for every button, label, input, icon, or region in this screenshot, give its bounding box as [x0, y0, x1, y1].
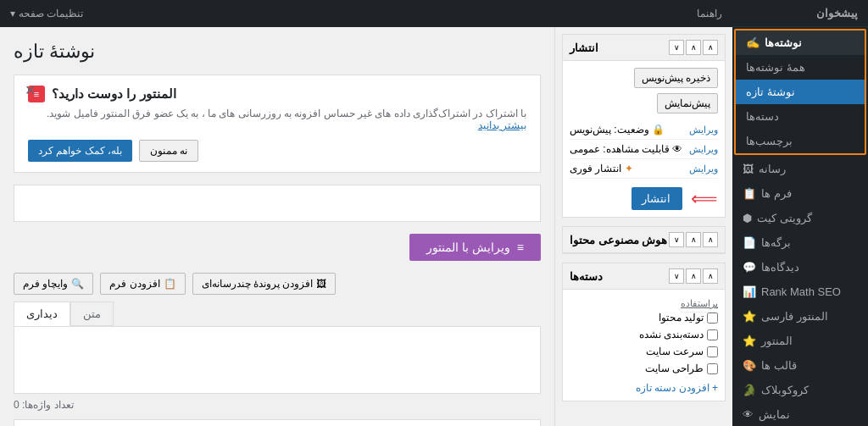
sidebar-item-pages[interactable]: برگه‌ها 📄: [732, 230, 868, 255]
add-form-button[interactable]: 📋 افزودن فرم: [100, 273, 185, 295]
sidebar: پیشخوان نوشته‌ها ✍ همهٔ نوشته‌ها نوشتهٔ …: [732, 0, 868, 426]
elementor-edit-label: ویرایش با المنتور: [426, 241, 510, 254]
sidebar-item-forms[interactable]: فرم ها 📋: [732, 181, 868, 206]
gravitykit-icon: ⬢: [743, 212, 752, 224]
editor-tabs: متن دیداری: [14, 302, 541, 326]
help-button[interactable]: راهنما: [697, 8, 722, 19]
sidebar-item-monitor[interactable]: المنتور ⭐: [732, 329, 868, 353]
publish-button[interactable]: انتشار: [632, 187, 682, 210]
publish-move-up-btn[interactable]: ∧: [686, 40, 701, 55]
eye-icon: 👁: [670, 143, 682, 155]
category-item-2: دسته‌بندی نشده: [570, 326, 718, 343]
sidebar-item-media[interactable]: رسانه 🖼: [732, 157, 868, 181]
category-label-3: سرعت سایت: [646, 346, 704, 357]
sidebar-item-monitor-fa[interactable]: المنتور فارسی ⭐: [732, 304, 868, 329]
status-edit-link[interactable]: ویرایش: [689, 124, 718, 136]
page-settings-button[interactable]: تنظیمات صفحه ▾: [10, 8, 83, 19]
sidebar-item-categories[interactable]: دسته‌ها: [736, 104, 865, 129]
word-count-label: تعداد واژه‌ها:: [22, 399, 74, 411]
topbar-right: تنظیمات صفحه ▾: [10, 8, 83, 19]
visibility-edit-link[interactable]: ویرایش: [689, 144, 718, 155]
posts-icon: ✍: [746, 36, 760, 49]
sidebar-item-gravitykit[interactable]: گرویتی کیت ⬢: [732, 206, 868, 230]
sidebar-item-new-post[interactable]: نوشتهٔ تازه: [736, 80, 865, 104]
left-panel: ∧ ∧ ∨ انتشار ذخیره پیش‌نویس پیش‌نمایش وی…: [554, 27, 732, 426]
all-posts-label: همهٔ نوشته‌ها: [746, 61, 805, 74]
preview-button[interactable]: پیش‌نمایش: [657, 93, 718, 113]
monitor-fa-icon: ⭐: [743, 310, 756, 323]
notification-actions: نه ممنون بله، کمک خواهم کرد: [28, 140, 526, 162]
notification-body-text: با اشتراک در اشتراک‌گذاری داده های غیر ح…: [47, 108, 526, 119]
save-draft-button[interactable]: ذخیره پیش‌نویس: [634, 68, 718, 88]
notification-title: المنتور را دوست دارید؟ ≡: [28, 86, 526, 102]
notification-more-link[interactable]: بیشتر بدانید: [478, 119, 526, 131]
tab-text[interactable]: متن: [70, 302, 114, 326]
category-checkbox-1[interactable]: [707, 313, 718, 324]
category-checkbox-4[interactable]: [707, 363, 718, 374]
categories-move-up-btn[interactable]: ∧: [686, 268, 701, 284]
display-icon: 👁: [743, 408, 754, 421]
notification-close-button[interactable]: ✕: [25, 82, 36, 98]
tab-visual[interactable]: دیداری: [14, 302, 70, 326]
settings-icon: تنظیمات صفحه: [19, 8, 83, 19]
page-area: ∧ ∧ ∨ انتشار ذخیره پیش‌نویس پیش‌نمایش وی…: [0, 27, 732, 426]
draft-preview-row: ذخیره پیش‌نویس پیش‌نمایش: [570, 68, 718, 113]
display-label: نمایش: [759, 408, 790, 421]
add-category-link[interactable]: + افزودن دسته تازه: [570, 382, 718, 394]
publish-collapse-btn[interactable]: ∧: [703, 40, 718, 55]
categories-move-down-btn[interactable]: ∨: [669, 268, 684, 284]
main-content: راهنما تنظیمات صفحه ▾ ∧ ∧ ∨ انتشار: [0, 0, 732, 426]
find-replace-button[interactable]: 🔍 وایچاو فرم: [14, 273, 93, 295]
find-label: وایچاو فرم: [23, 278, 68, 290]
sidebar-item-crocoblock[interactable]: کروکوبلاک 🐊: [732, 378, 868, 402]
category-checkbox-2[interactable]: [707, 329, 718, 340]
publish-time-edit-link[interactable]: ویرایش: [689, 163, 718, 174]
category-item-1: تولید محتوا: [570, 309, 718, 326]
publish-move-down-btn[interactable]: ∨: [669, 40, 684, 55]
sidebar-posts-section: نوشته‌ها ✍ همهٔ نوشته‌ها نوشتهٔ تازه دست…: [734, 29, 866, 155]
elementor-edit-button[interactable]: ≡ ویرایش با المنتور: [409, 234, 541, 261]
sidebar-item-posts[interactable]: نوشته‌ها ✍: [736, 30, 865, 55]
notification-help-button[interactable]: بله، کمک خواهم کرد: [28, 140, 132, 162]
notification-body: با اشتراک در اشتراک‌گذاری داده های غیر ح…: [28, 108, 526, 131]
status-label: 🔒 وضعیت: پیش‌نویس: [570, 124, 665, 136]
ai-panel-title: هوش مصنوعی محتوا: [570, 234, 667, 246]
publish-arrows: ∧ ∧ ∨: [669, 40, 718, 55]
themes-icon: 🎨: [743, 359, 756, 372]
publish-panel-header[interactable]: ∧ ∧ ∨ انتشار: [563, 35, 725, 61]
rankmath-label: Rank Math SEO: [761, 285, 841, 298]
form-label: افزودن فرم: [109, 278, 159, 290]
categories-panel-header[interactable]: ∧ ∧ ∨ دسته‌ها: [563, 263, 725, 290]
multimedia-icon: 🖼: [316, 278, 326, 290]
add-multimedia-button[interactable]: 🖼 افزودن پروندهٔ چندرسانه‌ای: [192, 273, 337, 295]
visibility-row: ویرایش 👁 قابلیت مشاهده: عمومی: [570, 140, 718, 159]
category-label-2: دسته‌بندی نشده: [639, 329, 704, 340]
sidebar-item-rankmath[interactable]: Rank Math SEO 📊: [732, 279, 868, 304]
publish-panel: ∧ ∧ ∨ انتشار ذخیره پیش‌نویس پیش‌نمایش وی…: [562, 34, 726, 218]
popular-categories-link[interactable]: پراستفاده: [681, 298, 718, 313]
ai-move-up-btn[interactable]: ∧: [686, 232, 701, 247]
ai-collapse-btn[interactable]: ∧: [703, 232, 718, 247]
ai-panel-header[interactable]: ∧ ∧ ∨ هوش مصنوعی محتوا: [563, 227, 725, 253]
crocoblock-label: کروکوبلاک: [761, 384, 809, 396]
media-icon: 🖼: [743, 163, 754, 175]
sidebar-item-all-posts[interactable]: همهٔ نوشته‌ها: [736, 55, 865, 80]
word-count: تعداد واژه‌ها: 0: [14, 399, 541, 411]
post-title-input[interactable]: [14, 185, 541, 222]
monitor-icon: ⭐: [743, 335, 756, 347]
sidebar-item-comments[interactable]: دیدگاه‌ها 💬: [732, 255, 868, 279]
sidebar-item-themes[interactable]: قالب ها 🎨: [732, 353, 868, 378]
editor-area[interactable]: [14, 326, 541, 394]
category-checkbox-3[interactable]: [707, 346, 718, 357]
new-post-label: نوشتهٔ تازه: [746, 86, 795, 98]
topbar-left: راهنما: [697, 8, 722, 19]
notification-dismiss-button[interactable]: نه ممنون: [139, 140, 198, 162]
sidebar-item-display[interactable]: نمایش 👁: [732, 402, 868, 426]
publish-button-wrap: ⟸ انتشار: [570, 187, 718, 210]
sidebar-item-tags[interactable]: برچسب‌ها: [736, 129, 865, 153]
ai-move-down-btn[interactable]: ∨: [669, 232, 684, 247]
category-label-1: تولید محتوا: [659, 312, 704, 324]
categories-collapse-btn[interactable]: ∧: [703, 268, 718, 284]
publish-arrow-indicator: ⟸: [691, 188, 718, 210]
forms-icon: 📋: [743, 187, 756, 200]
